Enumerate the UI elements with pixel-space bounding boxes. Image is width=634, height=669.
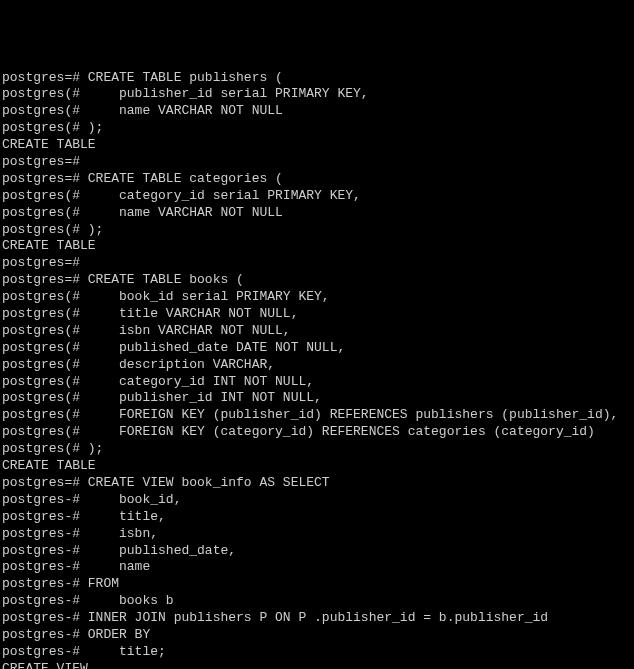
terminal-line: postgres=# [2,255,632,272]
terminal-line: postgres-# title; [2,644,632,661]
terminal-line: postgres(# ); [2,441,632,458]
terminal-line: postgres-# FROM [2,576,632,593]
terminal-line: postgres(# category_id INT NOT NULL, [2,374,632,391]
terminal-line: CREATE VIEW [2,661,632,669]
terminal-line: postgres(# isbn VARCHAR NOT NULL, [2,323,632,340]
terminal-line: postgres-# books b [2,593,632,610]
terminal-line: postgres=# CREATE TABLE books ( [2,272,632,289]
terminal-line: CREATE TABLE [2,238,632,255]
terminal-line: postgres(# ); [2,120,632,137]
terminal-line: postgres-# title, [2,509,632,526]
terminal-line: CREATE TABLE [2,137,632,154]
terminal-line: postgres-# INNER JOIN publishers P ON P … [2,610,632,627]
terminal-line: postgres=# CREATE VIEW book_info AS SELE… [2,475,632,492]
terminal-line: postgres-# name [2,559,632,576]
terminal-line: postgres(# FOREIGN KEY (category_id) REF… [2,424,632,441]
terminal-line: postgres(# description VARCHAR, [2,357,632,374]
terminal-line: postgres(# publisher_id serial PRIMARY K… [2,86,632,103]
terminal-line: postgres-# isbn, [2,526,632,543]
terminal-line: postgres(# name VARCHAR NOT NULL [2,205,632,222]
terminal-line: postgres=# CREATE TABLE publishers ( [2,70,632,87]
terminal-line: postgres-# book_id, [2,492,632,509]
terminal-line: postgres=# CREATE TABLE categories ( [2,171,632,188]
terminal-line: postgres(# book_id serial PRIMARY KEY, [2,289,632,306]
terminal-line: postgres-# ORDER BY [2,627,632,644]
terminal-output[interactable]: postgres=# CREATE TABLE publishers (post… [2,70,632,669]
terminal-line: postgres=# [2,154,632,171]
terminal-line: postgres(# publisher_id INT NOT NULL, [2,390,632,407]
terminal-line: postgres(# ); [2,222,632,239]
terminal-line: postgres(# category_id serial PRIMARY KE… [2,188,632,205]
terminal-line: postgres(# FOREIGN KEY (publisher_id) RE… [2,407,632,424]
terminal-line: CREATE TABLE [2,458,632,475]
terminal-line: postgres(# published_date DATE NOT NULL, [2,340,632,357]
terminal-line: postgres(# name VARCHAR NOT NULL [2,103,632,120]
terminal-line: postgres(# title VARCHAR NOT NULL, [2,306,632,323]
terminal-line: postgres-# published_date, [2,543,632,560]
